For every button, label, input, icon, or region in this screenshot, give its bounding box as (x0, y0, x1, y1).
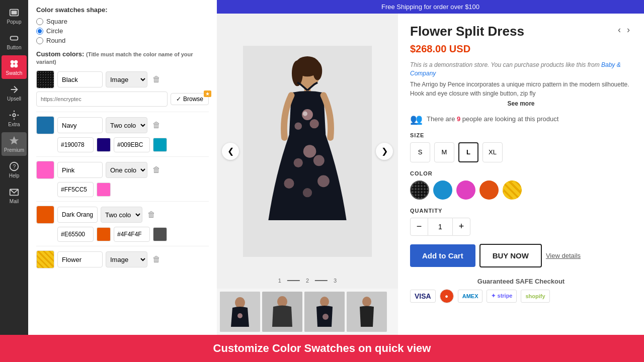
settings-panel: Color swatches shape: Square Circle Roun… (28, 0, 217, 335)
checkmark-icon: ✓ (176, 96, 181, 103)
sidebar-item-premium[interactable]: Premium (2, 132, 27, 156)
color-name-pink[interactable] (57, 162, 103, 178)
svg-point-23 (294, 158, 303, 167)
thumbnail-2[interactable] (262, 292, 302, 332)
size-xl[interactable]: XL (482, 142, 503, 162)
product-info: Flower Split Dress ‹ › $268.00 USD This … (398, 14, 644, 335)
social-proof-text: There are 9 people are looking at this p… (427, 115, 558, 123)
hex1-input-navy[interactable] (57, 137, 94, 152)
svg-point-24 (313, 155, 325, 166)
delete-flower-button[interactable]: 🗑 (150, 253, 163, 266)
svg-text:?: ? (13, 163, 16, 169)
svg-point-35 (323, 314, 329, 320)
svg-point-30 (237, 313, 243, 318)
shape-circle-option[interactable]: Circle (36, 27, 209, 35)
svg-point-5 (11, 64, 14, 67)
color-swatch-yellow[interactable] (503, 180, 522, 200)
delete-darkorange-button[interactable]: 🗑 (145, 208, 157, 221)
delete-navy-button[interactable]: 🗑 (150, 119, 163, 132)
sidebar-item-upsell[interactable]: Upsell (2, 81, 27, 105)
color-row-navy: Two colo One colo Image 🗑 (36, 116, 209, 134)
hex1-box-darkorange (97, 227, 111, 241)
color-swatch-black[interactable] (410, 180, 429, 200)
custom-colors-label: Custom colors: (36, 50, 84, 58)
size-s[interactable]: S (410, 142, 430, 162)
thumbnail-1[interactable] (220, 292, 260, 332)
hex2-input-darkorange[interactable] (114, 227, 150, 242)
color-row-flower: Image One colo Two colo 🗑 (36, 250, 209, 268)
hex2-input-navy[interactable] (114, 137, 150, 152)
hex1-input-pink[interactable] (57, 182, 94, 197)
action-row: Add to Cart BUY NOW View details (410, 244, 632, 267)
color-type-pink[interactable]: One colo Two colo Image (106, 162, 147, 178)
next-product-button[interactable]: › (625, 24, 632, 36)
color-type-flower[interactable]: Image One colo Two colo (106, 251, 147, 267)
sidebar-label-swatch: Swatch (6, 70, 23, 76)
sidebar-item-popup[interactable]: Popup (2, 4, 27, 28)
svg-point-3 (11, 61, 14, 64)
product-area: Free Shipping for order over $100 ❮ (217, 0, 644, 335)
color-swatches (410, 180, 632, 200)
hex1-input-darkorange[interactable] (57, 227, 94, 242)
url-row-black: ✓ Browse ★ (36, 92, 209, 107)
hex-row-pink (36, 182, 209, 197)
see-more-link[interactable]: See more (410, 100, 632, 107)
payment-mastercard: ● (440, 289, 454, 303)
sidebar-label-help: Help (9, 173, 20, 178)
color-type-navy[interactable]: Two colo One colo Image (106, 117, 147, 133)
color-type-darkorange[interactable]: Two colo One colo Image (101, 207, 142, 223)
sidebar-item-help[interactable]: ? Help (2, 158, 27, 182)
color-preview-darkorange (36, 206, 54, 224)
qty-increase-button[interactable]: + (452, 218, 470, 236)
sidebar-item-mail[interactable]: Mail (2, 184, 27, 207)
hex1-box-navy (97, 138, 111, 152)
sidebar-item-button[interactable]: Button (2, 30, 27, 53)
view-details-link[interactable]: View details (546, 252, 581, 259)
sidebar-item-extra[interactable]: Extra (2, 107, 27, 130)
bottom-banner: Customize Color Swatches on quick view (0, 335, 644, 362)
thumbnail-4[interactable] (347, 292, 387, 332)
payment-icons: VISA ● AMEX ✦ stripe shopify (410, 289, 632, 303)
browse-button-black[interactable]: ✓ Browse ★ (171, 93, 209, 105)
size-l[interactable]: L (458, 142, 478, 162)
thumbnail-3[interactable] (304, 292, 345, 332)
shape-round-radio[interactable] (36, 37, 43, 44)
color-name-black[interactable] (57, 71, 103, 87)
hex2-box-navy (153, 138, 167, 152)
color-preview-black (36, 70, 54, 88)
svg-point-27 (303, 188, 312, 197)
delete-pink-button[interactable]: 🗑 (150, 163, 163, 176)
shape-round-option[interactable]: Round (36, 37, 209, 44)
quantity-label: QUANTITY (410, 208, 632, 214)
qty-value: 1 (428, 218, 452, 236)
sidebar-label-premium: Premium (4, 147, 24, 153)
color-type-black[interactable]: Image One colo Two colo (106, 71, 147, 87)
shape-circle-radio[interactable] (36, 28, 43, 35)
shape-square-option[interactable]: Square (36, 18, 209, 25)
shape-square-radio[interactable] (36, 18, 43, 25)
svg-point-37 (362, 297, 371, 307)
sidebar-item-swatch[interactable]: Swatch (2, 55, 27, 79)
color-swatch-pink[interactable] (456, 180, 475, 200)
prev-product-button[interactable]: ‹ (616, 24, 623, 36)
sidebar-label-mail: Mail (10, 199, 19, 204)
color-name-navy[interactable] (57, 117, 103, 133)
people-icon: 👥 (410, 113, 423, 125)
color-name-flower[interactable] (57, 251, 103, 267)
add-to-cart-button[interactable]: Add to Cart (410, 244, 475, 267)
qty-decrease-button[interactable]: − (410, 218, 428, 236)
delete-black-button[interactable]: 🗑 (150, 73, 163, 86)
dot-line2 (315, 280, 328, 281)
image-section: ❮ (217, 14, 398, 335)
next-image-button[interactable]: ❯ (376, 143, 393, 160)
url-input-black[interactable] (36, 92, 168, 107)
payment-amex: AMEX (458, 290, 483, 303)
color-row-black: Image One colo Two colo 🗑 (36, 70, 209, 88)
color-name-darkorange[interactable] (57, 207, 98, 223)
size-m[interactable]: M (434, 142, 454, 162)
color-swatch-orange[interactable] (479, 180, 499, 200)
svg-point-34 (320, 297, 329, 307)
color-swatch-navy[interactable] (433, 180, 452, 200)
prev-image-button[interactable]: ❮ (222, 143, 239, 160)
buy-now-button[interactable]: BUY NOW (479, 244, 542, 267)
